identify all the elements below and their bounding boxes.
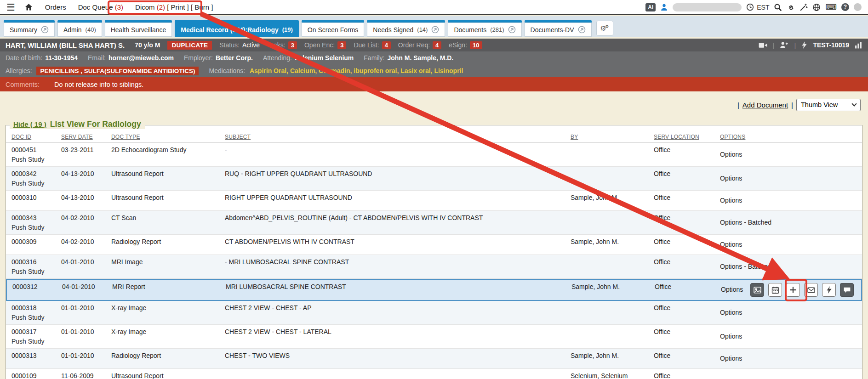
home-icon[interactable] xyxy=(24,3,33,11)
chat-button[interactable] xyxy=(840,283,854,297)
tab-settings-gear-button[interactable]: ⚙⚙ xyxy=(596,21,613,36)
push-study-label[interactable]: Push Study xyxy=(11,314,54,322)
search-icon[interactable] xyxy=(774,3,782,11)
doc-id[interactable]: 0000318 xyxy=(11,304,54,312)
tab-needs-signed[interactable]: Needs Signed (14) xyxy=(367,20,445,37)
plus-button[interactable] xyxy=(786,283,800,297)
link-icon[interactable] xyxy=(787,3,795,11)
doc-type: MRI Report xyxy=(107,280,220,300)
col-options[interactable]: OPTIONS xyxy=(714,134,862,140)
serv-date: 04-13-2010 xyxy=(56,191,106,210)
subject: MRI LUMBOSACRAL SPINE CONTRAST xyxy=(220,280,566,300)
doc-id[interactable]: 0000312 xyxy=(12,283,55,291)
duplicate-badge[interactable]: DUPLICATE xyxy=(167,41,212,50)
user-icon[interactable] xyxy=(660,3,668,11)
hide-list-link[interactable]: Hide ( 19 ) xyxy=(13,120,46,128)
table-row-0000318[interactable]: 0000318Push Study 01-01-2010 X-ray Image… xyxy=(6,301,862,325)
tab-summary[interactable]: Summary xyxy=(4,20,55,37)
ai-badge[interactable]: AI xyxy=(645,3,656,11)
add-document-link[interactable]: Add Document xyxy=(742,101,788,109)
options-link[interactable]: Options - Batched xyxy=(720,263,771,271)
clock-icon[interactable] xyxy=(746,3,754,11)
hamburger-menu-icon[interactable]: ☰ xyxy=(6,2,15,13)
options-link[interactable]: Options xyxy=(720,175,742,183)
serv-date: 04-01-2010 xyxy=(57,280,107,300)
table-row-0000342[interactable]: 0000342Push Study 04-13-2010 Ultrasound … xyxy=(6,167,862,191)
lightning-icon[interactable] xyxy=(801,41,807,49)
keyboard-icon[interactable]: ⌨ xyxy=(825,3,837,11)
lightning-button[interactable] xyxy=(822,283,836,297)
list-title: List View For Radiology xyxy=(50,119,141,129)
nav-dicom[interactable]: Dicom (2) [ Print ] [ Burn ] xyxy=(135,3,213,11)
calendar-button[interactable] xyxy=(768,283,782,297)
table-row-0000309[interactable]: 0000309 04-02-2010 Radiology Report CT A… xyxy=(6,235,862,255)
chart-stats-icon[interactable] xyxy=(855,41,862,49)
medications-list[interactable]: Aspirin Oral, Calcium, Coumadin, ibuprof… xyxy=(250,67,463,74)
options-link[interactable]: Options xyxy=(720,151,742,159)
tab-medical-record-174-radiology[interactable]: Medical Record (174):Radiology (19) xyxy=(175,20,299,37)
push-study-label[interactable]: Push Study xyxy=(11,224,54,232)
options-link[interactable]: Options xyxy=(721,286,743,294)
doc-id[interactable]: 0000316 xyxy=(11,258,54,266)
tab-admin[interactable]: Admin (40) xyxy=(57,20,102,37)
col-serv-location[interactable]: SERV LOCATION xyxy=(648,134,714,140)
options-link[interactable]: Options xyxy=(720,309,742,317)
doc-id[interactable]: 0000310 xyxy=(11,194,54,202)
patient-details: Date of birth:11-30-1954 Email:horner@mi… xyxy=(0,51,868,77)
video-camera-icon[interactable] xyxy=(759,42,767,49)
col-doc-type[interactable]: DOC TYPE xyxy=(106,134,219,140)
calendar-icon xyxy=(771,286,779,294)
col-by[interactable]: BY xyxy=(565,134,648,140)
nav-doc-queue[interactable]: Doc Queue (3) xyxy=(78,3,123,11)
globe-icon[interactable] xyxy=(812,3,821,11)
table-row-0000109[interactable]: 0000109 11-06-2009 Ultrasound Report Sel… xyxy=(6,369,862,379)
doc-id[interactable]: 0000309 xyxy=(11,238,54,246)
doc-id[interactable]: 0000313 xyxy=(11,352,54,360)
table-row-0000317[interactable]: 0000317Push Study 01-01-2010 X-ray Image… xyxy=(6,325,862,349)
options-link[interactable]: Options xyxy=(720,355,742,363)
patient-status: Status:Active xyxy=(219,41,260,49)
view-mode-select[interactable]: Thumb View xyxy=(796,99,861,111)
tab-documents[interactable]: Documents (281) xyxy=(448,20,521,37)
help-icon[interactable]: ? xyxy=(841,3,849,11)
doc-id[interactable]: 0000343 xyxy=(11,214,54,222)
push-study-label[interactable]: Push Study xyxy=(11,156,54,164)
esign-count-badge[interactable]: 10 xyxy=(470,41,482,49)
table-row-0000313[interactable]: 0000313 01-01-2010 Radiology Report CHES… xyxy=(6,349,862,369)
doc-id[interactable]: 0000451 xyxy=(11,146,54,154)
order-req-count-badge[interactable]: 4 xyxy=(433,41,441,49)
table-row-0000312[interactable]: 0000312 04-01-2010 MRI Report MRI LUMBOS… xyxy=(6,279,862,301)
options-link[interactable]: Options xyxy=(720,333,742,341)
push-study-label[interactable]: Push Study xyxy=(11,268,54,276)
options-link[interactable]: Options xyxy=(720,197,742,205)
options-link[interactable]: Options xyxy=(720,241,742,249)
add-person-icon[interactable] xyxy=(780,41,788,49)
push-study-label[interactable]: Push Study xyxy=(11,338,54,346)
doc-id[interactable]: 0000109 xyxy=(11,372,54,379)
nav-orders[interactable]: Orders xyxy=(45,3,66,11)
due-list-count-badge[interactable]: 4 xyxy=(382,41,391,49)
col-doc-id[interactable]: DOC ID xyxy=(6,134,56,140)
col-serv-date[interactable]: SERV DATE xyxy=(56,134,106,140)
export-image-button[interactable] xyxy=(750,283,764,297)
push-study-label[interactable]: Push Study xyxy=(11,180,54,188)
wand-icon[interactable] xyxy=(799,3,808,11)
table-row-0000310[interactable]: 0000310 04-13-2010 Ultrasound Report RIG… xyxy=(6,191,862,211)
doc-id[interactable]: 0000342 xyxy=(11,170,54,178)
open-enc-count-badge[interactable]: 3 xyxy=(337,41,346,49)
table-row-0000343[interactable]: 0000343Push Study 04-02-2010 CT Scan Abd… xyxy=(6,211,862,235)
col-subject[interactable]: SUBJECT xyxy=(219,134,565,140)
tab-health-surveillance[interactable]: Health Surveillance xyxy=(105,20,172,37)
doc-id[interactable]: 0000317 xyxy=(11,328,54,336)
table-row-0000316[interactable]: 0000316Push Study 04-01-2010 MRI Image -… xyxy=(6,255,862,279)
tab-on-screen-forms[interactable]: On Screen Forms xyxy=(302,20,364,37)
export-image-icon xyxy=(754,286,761,294)
by: Sample, John M. xyxy=(566,280,649,300)
allergies-badge[interactable]: PENICILLINS , SULFA(SULFONAMIDE ANTIBIOT… xyxy=(36,67,199,75)
divider: | xyxy=(791,101,793,109)
options-link[interactable]: Options - Batched xyxy=(720,219,771,227)
tab-documents-dv[interactable]: Documents-DV xyxy=(525,20,592,37)
tasks-count-badge[interactable]: 3 xyxy=(288,41,297,49)
table-row-0000451[interactable]: 0000451Push Study 03-23-2011 2D Echocard… xyxy=(6,143,862,167)
envelope-button[interactable] xyxy=(804,283,818,297)
